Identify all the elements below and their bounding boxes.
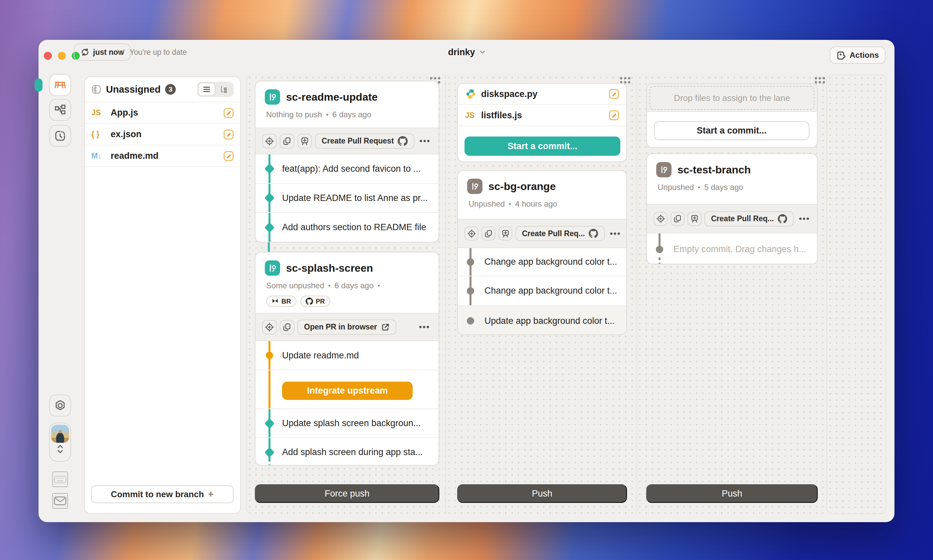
branch-icon xyxy=(656,162,671,177)
copy-branch-button[interactable] xyxy=(482,226,496,240)
commit-to-new-branch-button[interactable]: Commit to new branch + xyxy=(91,485,234,503)
upstream-commit-row[interactable]: Update readme.md xyxy=(256,341,439,370)
branch-card-sc-readme-update: sc-readme-update Nothing to push • 6 day… xyxy=(255,81,439,243)
new-dependent-branch-button[interactable] xyxy=(499,226,512,240)
view-toggle xyxy=(197,82,234,97)
branch-status: Unpushed xyxy=(468,199,505,209)
uptodate-label: You're up to date xyxy=(129,48,187,57)
empty-lane-drop-area[interactable] xyxy=(826,74,886,514)
external-link-icon xyxy=(381,323,390,331)
assign-changes-button[interactable] xyxy=(465,226,479,240)
upstream-commit-dot xyxy=(266,352,273,359)
sidebar-item-branches[interactable] xyxy=(49,99,71,121)
assign-changes-button[interactable] xyxy=(262,134,277,148)
file-row[interactable]: M↓ readme.md xyxy=(85,146,240,167)
commit-row[interactable]: Update app background color t... xyxy=(458,306,626,335)
github-icon xyxy=(589,229,598,238)
sidebar-item-history[interactable] xyxy=(49,125,71,147)
feedback-mail-button[interactable] xyxy=(52,493,68,509)
project-switcher[interactable]: drinky xyxy=(437,43,497,61)
branch-status: Unpushed xyxy=(657,183,694,192)
profile-switcher[interactable] xyxy=(49,423,71,462)
branch-card-sc-test-branch: sc-test-branch Unpushed • 5 days ago xyxy=(646,154,818,265)
copy-branch-button[interactable] xyxy=(280,320,294,334)
unassigned-header: Unassigned 3 xyxy=(85,77,240,102)
lane-drag-handle[interactable] xyxy=(815,77,825,83)
branch-toolbar: Create Pull Req... ••• xyxy=(647,204,817,234)
commit-dot-pushed xyxy=(264,163,274,174)
assign-changes-button[interactable] xyxy=(654,212,668,226)
branch-menu-button[interactable]: ••• xyxy=(608,229,623,239)
list-view-button[interactable] xyxy=(198,83,215,96)
commit-row[interactable]: Update splash screen backgroun... xyxy=(256,409,439,438)
keyboard-shortcuts-button[interactable] xyxy=(52,472,68,487)
create-pull-request-button[interactable]: Create Pull Req... xyxy=(515,226,605,241)
new-dependent-branch-button[interactable] xyxy=(297,134,312,148)
commit-dot-pushed xyxy=(264,447,274,457)
start-commit-button[interactable]: Start a commit... xyxy=(654,121,810,140)
open-pr-in-browser-button[interactable]: Open PR in browser xyxy=(297,320,396,335)
file-dropzone[interactable]: Drop files to assign to the lane xyxy=(650,86,814,110)
branch-title: sc-test-branch xyxy=(677,164,751,176)
branch-toolbar: Create Pull Request ••• xyxy=(256,128,439,154)
markdown-file-icon: M↓ xyxy=(91,151,106,160)
assign-changes-button[interactable] xyxy=(262,320,277,334)
create-pull-request-button[interactable]: Create Pull Req... xyxy=(704,211,794,226)
push-button[interactable]: Push xyxy=(457,484,627,503)
commit-dot-pushed xyxy=(264,418,274,428)
copy-branch-button[interactable] xyxy=(280,134,294,148)
branch-icon xyxy=(265,89,280,105)
empty-commit-row[interactable]: Empty commit. Drag changes h... xyxy=(647,234,817,265)
file-row[interactable]: JS listfiles.js xyxy=(458,105,626,126)
branch-menu-button[interactable]: ••• xyxy=(797,214,812,224)
file-row[interactable]: JS App.js xyxy=(85,102,240,124)
settings-button[interactable] xyxy=(49,395,71,417)
start-commit-button[interactable]: Start a commit... xyxy=(465,137,620,156)
commit-row[interactable]: Add splash screen during app sta... xyxy=(256,438,439,466)
branch-status: Nothing to push xyxy=(266,110,322,119)
commit-dot-unpushed xyxy=(467,258,474,266)
minimize-window-button[interactable] xyxy=(58,52,66,60)
github-icon xyxy=(398,136,408,146)
commit-row[interactable]: Change app background color t... xyxy=(458,248,626,276)
branch-time: 6 days ago xyxy=(332,110,371,119)
actions-button[interactable]: Actions xyxy=(830,46,885,64)
sidebar-item-workspace[interactable] xyxy=(49,74,71,96)
tree-view-button[interactable] xyxy=(215,83,232,96)
file-row[interactable]: diskspace.py xyxy=(458,84,626,105)
integrate-upstream-button[interactable]: Integrate upstream xyxy=(282,382,413,400)
history-clock-icon xyxy=(54,129,66,142)
lane-drag-handle[interactable] xyxy=(620,77,630,83)
uptodate-status: You're up to date xyxy=(117,43,187,61)
modified-status-icon xyxy=(223,151,234,161)
check-icon xyxy=(117,48,126,57)
force-push-button[interactable]: Force push xyxy=(255,484,439,503)
commit-row[interactable]: Update README to list Anne as pr... xyxy=(256,184,439,213)
modified-status-icon xyxy=(609,110,619,120)
copy-branch-button[interactable] xyxy=(671,212,685,226)
branch-menu-button[interactable]: ••• xyxy=(417,322,432,332)
branch-icon xyxy=(265,260,280,276)
commit-row[interactable]: Add authors section to README file xyxy=(256,213,439,242)
create-pull-request-button[interactable]: Create Pull Request xyxy=(315,134,414,149)
branches-graph-icon xyxy=(54,104,66,116)
commit-row[interactable]: feat(app): Add second favicon to ... xyxy=(256,154,439,184)
commit-dot-pushed xyxy=(264,222,274,232)
commit-row[interactable]: Change app background color t... xyxy=(458,276,626,306)
pull-request-badge[interactable]: PR xyxy=(300,295,330,307)
branch-time: 5 days ago xyxy=(704,183,743,192)
file-row[interactable]: { } ex.json xyxy=(85,124,240,146)
new-dependent-branch-button[interactable] xyxy=(687,212,701,226)
lane-commit-card: Drop files to assign to the lane Start a… xyxy=(646,83,818,148)
push-button[interactable]: Push xyxy=(646,484,818,503)
close-window-button[interactable] xyxy=(44,52,52,60)
sync-icon xyxy=(80,48,90,57)
branch-title: sc-splash-screen xyxy=(286,262,373,274)
branch-title: sc-bg-orange xyxy=(488,180,556,193)
js-file-icon: JS xyxy=(465,111,476,120)
integrate-upstream-row: Integrate upstream xyxy=(256,370,439,409)
branch-menu-button[interactable]: ••• xyxy=(417,136,432,146)
keyboard-icon xyxy=(53,472,67,486)
modified-status-icon xyxy=(609,89,619,99)
remote-branch-badge[interactable]: BR xyxy=(266,295,296,307)
